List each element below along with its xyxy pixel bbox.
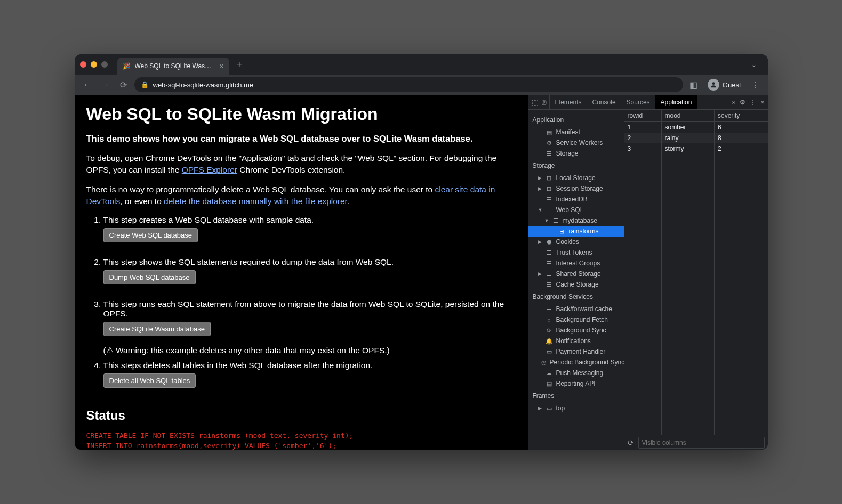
link-opfs-explorer[interactable]: OPFS Explorer	[182, 165, 237, 174]
database-icon: ☰	[546, 306, 553, 313]
tab-elements[interactable]: Elements	[550, 95, 587, 109]
database-icon: ☰	[546, 271, 553, 278]
sidebar-item-push-messaging[interactable]: ☁Push Messaging	[528, 368, 624, 378]
forward-button[interactable]: →	[98, 77, 113, 92]
sidebar-item-cookies[interactable]: ▶⬣Cookies	[528, 237, 624, 247]
database-icon: ☰	[546, 196, 553, 203]
sidebar-item-bf-cache[interactable]: ☰Back/forward cache	[528, 304, 624, 314]
paragraph-1: To debug, open Chrome DevTools on the "A…	[86, 152, 516, 176]
sidebar-item-mydatabase[interactable]: ▼☰mydatabase	[528, 215, 624, 226]
database-icon: ☰	[546, 281, 553, 288]
column-rowid[interactable]: rowid	[624, 110, 662, 121]
close-window-icon[interactable]	[80, 61, 86, 68]
new-tab-button[interactable]: +	[229, 59, 250, 70]
chevron-right-icon: ▶	[538, 239, 542, 245]
sidebar-item-manifest[interactable]: ▤Manifest	[528, 127, 624, 137]
table-row[interactable]: 3 stormy 2	[624, 143, 768, 154]
grid-icon: ⊞	[546, 185, 553, 192]
column-severity[interactable]: severity	[715, 110, 768, 121]
tab-console[interactable]: Console	[587, 95, 621, 109]
table-row[interactable]: 1 somber 6	[624, 122, 768, 133]
sidebar-item-reporting-api[interactable]: ▤Reporting API	[528, 378, 624, 389]
delete-tables-button[interactable]: Delete all Web SQL tables	[103, 373, 196, 388]
sidebar-item-bg-fetch[interactable]: ↕Background Fetch	[528, 314, 624, 325]
status-heading: Status	[86, 408, 516, 423]
url-text: web-sql-to-sqlite-wasm.glitch.me	[153, 81, 254, 89]
dump-websql-button[interactable]: Dump Web SQL database	[103, 270, 196, 284]
grid-icon: ⊞	[546, 175, 553, 182]
minimize-window-icon[interactable]	[91, 61, 97, 68]
titlebar: 🎉 Web SQL to SQLite Wasm Migr × + ⌄	[75, 54, 768, 75]
devtools-tabs: ⬚ ⎚ Elements Console Sources Application…	[528, 95, 768, 110]
menu-icon[interactable]: ⋮	[748, 77, 763, 92]
tab-sources[interactable]: Sources	[621, 95, 655, 109]
refresh-icon[interactable]: ⟳	[628, 438, 634, 447]
back-button[interactable]: ←	[80, 77, 95, 92]
more-tabs-icon[interactable]: »	[732, 99, 736, 106]
sidebar-item-session-storage[interactable]: ▶⊞Session Storage	[528, 183, 624, 194]
sync-icon: ⟳	[546, 327, 553, 334]
sidebar-item-local-storage[interactable]: ▶⊞Local Storage	[528, 173, 624, 183]
sidebar-item-storage[interactable]: ☰Storage	[528, 148, 624, 159]
sidebar-item-cache-storage[interactable]: ☰Cache Storage	[528, 279, 624, 290]
profile-label: Guest	[723, 81, 741, 89]
devtools-close-icon[interactable]: ×	[760, 99, 764, 106]
web-page: Web SQL to SQLite Wasm Migration This de…	[75, 95, 528, 450]
settings-gear-icon[interactable]: ⚙	[740, 99, 745, 106]
database-icon: ☰	[546, 249, 553, 256]
step-1: This step creates a Web SQL database wit…	[103, 215, 516, 252]
create-sqlite-button[interactable]: Create SQLite Wasm database	[103, 322, 211, 336]
side-panel-icon[interactable]: ◧	[686, 77, 701, 92]
table-row[interactable]: 2 rainy 8	[624, 133, 768, 143]
paragraph-2: There is no way to programmatically dele…	[86, 184, 516, 208]
link-delete-db-manually[interactable]: delete the database manually with the fi…	[164, 197, 347, 206]
browser-tab[interactable]: 🎉 Web SQL to SQLite Wasm Migr ×	[117, 58, 229, 75]
gear-icon: ⚙	[546, 140, 553, 147]
sidebar-item-service-workers[interactable]: ⚙Service Workers	[528, 137, 624, 148]
sidebar-item-interest-groups[interactable]: ☰Interest Groups	[528, 258, 624, 269]
tab-title: Web SQL to SQLite Wasm Migr	[135, 62, 215, 70]
sidebar-item-notifications[interactable]: 🔔Notifications	[528, 336, 624, 346]
sidebar-item-periodic-sync[interactable]: ◷Periodic Background Sync	[528, 357, 624, 368]
steps-list: This step creates a Web SQL database wit…	[86, 215, 516, 397]
tab-search-icon[interactable]: ⌄	[745, 60, 763, 69]
visible-columns-input[interactable]	[638, 437, 765, 449]
report-icon: ▤	[546, 380, 553, 387]
chevron-right-icon: ▶	[538, 405, 542, 411]
sidebar-item-websql[interactable]: ▼☰Web SQL	[528, 205, 624, 215]
bell-icon: 🔔	[546, 338, 553, 345]
sidebar-item-payment-handler[interactable]: ▭Payment Handler	[528, 346, 624, 357]
devtools-menu-icon[interactable]: ⋮	[750, 99, 756, 106]
sidebar-item-rainstorms[interactable]: ⊞rainstorms	[528, 226, 624, 237]
data-grid-footer: ⟳	[624, 435, 768, 450]
avatar-icon	[708, 79, 719, 91]
traffic-lights	[80, 61, 108, 68]
chevron-right-icon: ▶	[538, 186, 542, 191]
page-title: Web SQL to SQLite Wasm Migration	[86, 104, 516, 124]
maximize-window-icon[interactable]	[101, 61, 108, 68]
data-grid: rowid mood severity 1 somber 6 2 rainy 8	[624, 110, 768, 450]
device-toggle-icon[interactable]: ⎚	[542, 98, 546, 107]
sidebar-item-shared-storage[interactable]: ▶☰Shared Storage	[528, 269, 624, 279]
tab-application[interactable]: Application	[655, 95, 697, 109]
devtools-panel: ⬚ ⎚ Elements Console Sources Application…	[528, 95, 768, 450]
address-bar[interactable]: 🔒 web-sql-to-sqlite-wasm.glitch.me	[134, 77, 683, 92]
window-icon: ▭	[546, 405, 553, 412]
sidebar-item-bg-sync[interactable]: ⟳Background Sync	[528, 325, 624, 336]
reload-button[interactable]: ⟳	[116, 77, 131, 92]
sidebar-item-frame-top[interactable]: ▶▭top	[528, 403, 624, 413]
sidebar-item-indexeddb[interactable]: ☰IndexedDB	[528, 194, 624, 205]
svg-point-0	[712, 82, 715, 85]
close-tab-icon[interactable]: ×	[219, 62, 223, 70]
column-mood[interactable]: mood	[662, 110, 715, 121]
step-3: This step runs each SQL statement from a…	[103, 299, 516, 355]
inspect-element-icon[interactable]: ⬚	[532, 98, 539, 107]
step-2: This step shows the SQL statements requi…	[103, 257, 516, 294]
sidebar-item-trust-tokens[interactable]: ☰Trust Tokens	[528, 247, 624, 258]
create-websql-button[interactable]: Create Web SQL database	[103, 228, 198, 242]
database-icon: ☰	[546, 150, 553, 157]
page-subtitle: This demo shows how you can migrate a We…	[86, 134, 516, 144]
section-background-services: Background Services	[528, 290, 624, 304]
step-3-warning: (⚠︎ Warning: this example deletes any ot…	[103, 346, 390, 355]
profile-chip[interactable]: Guest	[704, 79, 744, 91]
